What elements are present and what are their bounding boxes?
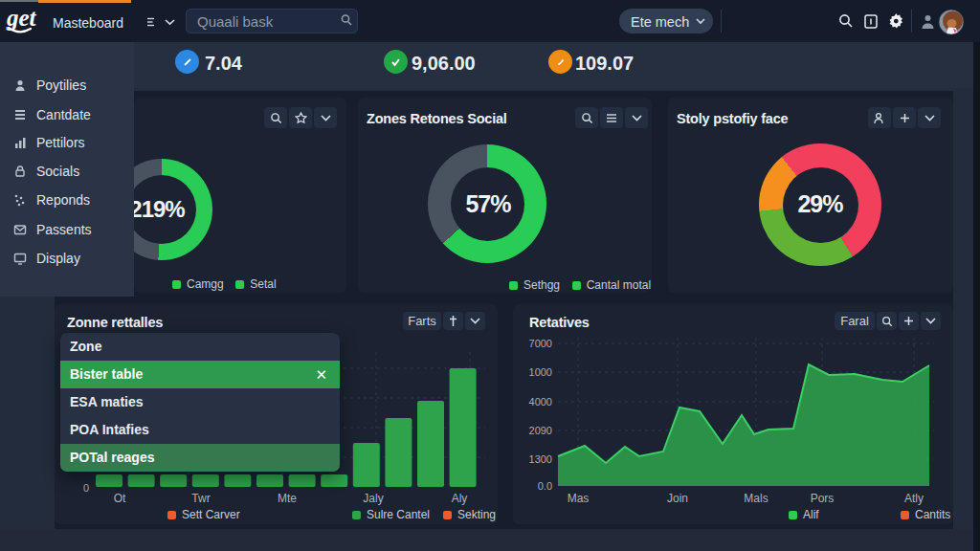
svg-text:4000: 4000 <box>529 396 552 408</box>
svg-text:Mas: Mas <box>568 492 590 505</box>
svg-text:Mals: Mals <box>744 492 768 505</box>
svg-text:1300: 1300 <box>529 453 552 465</box>
svg-text:Join: Join <box>667 492 688 505</box>
svg-text:Jaly: Jaly <box>363 492 383 505</box>
svg-text:Aly: Aly <box>452 492 468 505</box>
svg-text:Ot: Ot <box>114 492 126 505</box>
svg-text:Twr: Twr <box>191 492 210 505</box>
svg-text:1000: 1000 <box>529 366 552 378</box>
svg-text:0.0: 0.0 <box>538 480 552 492</box>
svg-text:0: 0 <box>83 482 89 494</box>
svg-text:Atly: Atly <box>904 492 924 505</box>
svg-text:7000: 7000 <box>529 338 552 349</box>
svg-text:Mte: Mte <box>278 492 297 505</box>
svg-text:Pors: Pors <box>811 492 835 505</box>
svg-text:2090: 2090 <box>529 425 552 436</box>
